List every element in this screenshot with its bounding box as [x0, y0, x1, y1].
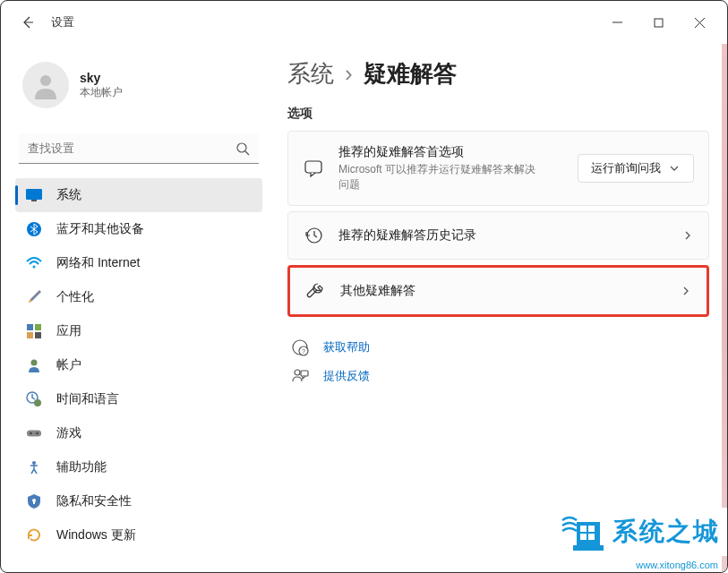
svg-point-22 [32, 461, 36, 465]
section-label: 选项 [287, 106, 709, 122]
card-history[interactable]: 推荐的疑难解答历史记录 [287, 211, 709, 260]
chevron-down-icon [668, 162, 681, 175]
person-icon [31, 71, 60, 99]
svg-point-20 [30, 432, 32, 435]
search-box[interactable] [19, 133, 259, 164]
nav-label: 时间和语言 [56, 391, 119, 407]
svg-rect-36 [588, 534, 595, 540]
card-other-troubleshoot[interactable]: 其他疑难解答 [287, 265, 709, 317]
nav-label: 隐私和安全性 [56, 493, 132, 509]
svg-rect-15 [35, 332, 41, 338]
wifi-icon [26, 255, 42, 271]
svg-rect-2 [655, 19, 663, 27]
system-icon [26, 187, 42, 203]
nav-item-accounts[interactable]: 帐户 [15, 348, 262, 382]
nav-item-time[interactable]: 时间和语言 [15, 382, 262, 416]
nav-item-personalize[interactable]: 个性化 [15, 280, 262, 314]
breadcrumb-separator: › [345, 60, 353, 88]
chat-icon [303, 158, 324, 179]
user-block[interactable]: sky 本地帐户 [15, 55, 262, 126]
dropdown-value: 运行前询问我 [591, 160, 661, 176]
search-icon [236, 141, 250, 156]
help-links: ? 获取帮助 提供反馈 [287, 333, 709, 390]
svg-rect-25 [305, 161, 321, 173]
close-button[interactable] [679, 8, 720, 37]
breadcrumb: 系统 › 疑难解答 [287, 58, 709, 90]
svg-rect-14 [27, 332, 33, 338]
nav-label: 网络和 Internet [56, 255, 140, 271]
shield-icon [26, 493, 42, 509]
svg-rect-33 [580, 526, 587, 532]
clock-globe-icon [26, 391, 42, 407]
maximize-button[interactable] [638, 8, 679, 37]
svg-point-5 [40, 75, 51, 86]
gamepad-icon [26, 425, 42, 441]
chevron-right-icon [681, 229, 694, 242]
minimize-button[interactable] [596, 8, 638, 37]
svg-rect-34 [588, 526, 595, 532]
nav-label: 游戏 [56, 425, 81, 441]
svg-text:?: ? [302, 348, 305, 355]
svg-point-6 [237, 143, 246, 152]
watermark: 系统之城 [561, 508, 727, 556]
svg-rect-19 [27, 430, 41, 436]
username: sky [80, 71, 123, 85]
titlebar: 设置 [1, 1, 727, 44]
nav-item-privacy[interactable]: 隐私和安全性 [15, 484, 262, 518]
update-icon [26, 527, 42, 543]
svg-rect-24 [33, 501, 35, 504]
nav-item-network[interactable]: 网络和 Internet [15, 246, 262, 280]
nav-item-accessibility[interactable]: 辅助功能 [15, 450, 262, 484]
maximize-icon [654, 18, 664, 28]
brush-icon [26, 289, 42, 305]
search-input[interactable] [28, 141, 236, 155]
nav-item-update[interactable]: Windows 更新 [15, 518, 262, 552]
svg-point-30 [295, 370, 300, 375]
watermark-text: 系统之城 [612, 515, 720, 549]
breadcrumb-parent[interactable]: 系统 [287, 58, 334, 90]
svg-point-21 [36, 432, 39, 435]
minimize-icon [612, 18, 622, 28]
nav-label: Windows 更新 [56, 527, 136, 543]
help-link-label: 获取帮助 [323, 339, 370, 355]
card-title: 推荐的疑难解答历史记录 [338, 227, 667, 244]
get-help-link[interactable]: ? 获取帮助 [287, 333, 709, 362]
bluetooth-icon [26, 221, 42, 237]
nav-label: 蓝牙和其他设备 [56, 221, 144, 237]
nav-item-gaming[interactable]: 游戏 [15, 416, 262, 450]
card-title: 其他疑难解答 [340, 283, 665, 299]
card-subtitle: Microsoft 可以推荐并运行疑难解答来解决问题 [338, 162, 535, 192]
decorative-edge [722, 44, 727, 572]
card-recommended-prefs[interactable]: 推荐的疑难解答首选项 Microsoft 可以推荐并运行疑难解答来解决问题 运行… [287, 131, 709, 206]
nav-label: 应用 [56, 323, 81, 339]
feedback-link[interactable]: 提供反馈 [287, 362, 709, 390]
window-controls [596, 8, 720, 37]
arrow-left-icon [21, 15, 35, 30]
nav-item-bluetooth[interactable]: 蓝牙和其他设备 [15, 212, 262, 246]
history-icon [303, 225, 324, 246]
accounts-icon [26, 357, 42, 373]
wrench-icon [304, 280, 326, 302]
svg-rect-12 [27, 324, 33, 330]
svg-rect-9 [31, 200, 37, 201]
card-title: 推荐的疑难解答首选项 [338, 144, 563, 160]
svg-line-7 [245, 151, 249, 155]
svg-point-16 [31, 360, 38, 366]
svg-rect-37 [573, 545, 604, 551]
app-title: 设置 [51, 14, 74, 30]
nav-item-apps[interactable]: 应用 [15, 314, 262, 348]
nav-item-system[interactable]: 系统 [15, 178, 262, 212]
help-icon: ? [291, 338, 309, 356]
breadcrumb-current: 疑难解答 [364, 58, 457, 90]
back-button[interactable] [19, 13, 37, 31]
nav-list: 系统 蓝牙和其他设备 网络和 Internet 个性化 应用 帐户 [15, 178, 262, 552]
sidebar: sky 本地帐户 系统 蓝牙和其他设备 网络和 Internet [1, 44, 270, 572]
accessibility-icon [26, 459, 42, 475]
watermark-url: www.xitong86.com [636, 560, 718, 570]
chevron-right-icon [680, 285, 692, 297]
svg-point-11 [33, 266, 36, 269]
recommended-dropdown[interactable]: 运行前询问我 [578, 154, 694, 183]
nav-label: 个性化 [56, 289, 94, 305]
nav-label: 系统 [56, 187, 81, 203]
avatar [22, 62, 69, 108]
